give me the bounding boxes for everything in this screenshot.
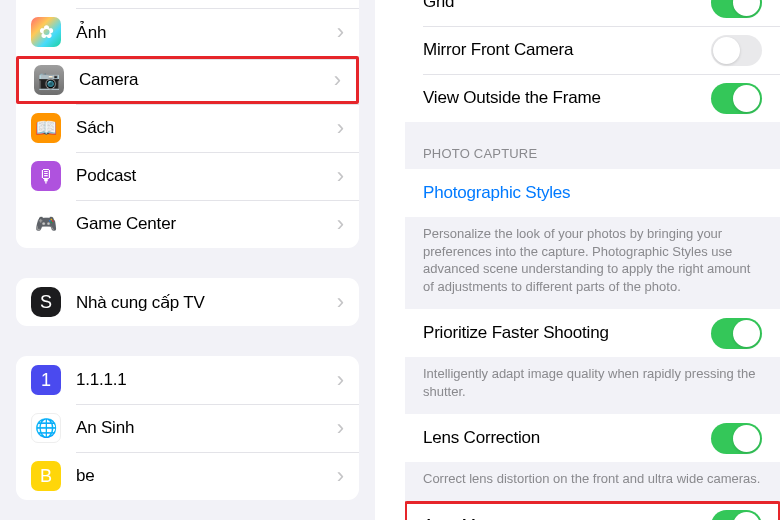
chevron-right-icon: › bbox=[337, 19, 344, 45]
view-outside-row[interactable]: View Outside the Frame bbox=[405, 74, 780, 122]
lens-correction-label: Lens Correction bbox=[423, 428, 711, 448]
settings-row-tvprovider[interactable]: SNhà cung cấp TV› bbox=[16, 278, 359, 326]
tvprovider-icon: S bbox=[31, 287, 61, 317]
chevron-right-icon: › bbox=[337, 367, 344, 393]
settings-row-label: be bbox=[76, 466, 331, 486]
settings-row-label: Camera bbox=[79, 70, 328, 90]
settings-row-label: Sách bbox=[76, 118, 331, 138]
settings-row-label: Podcast bbox=[76, 166, 331, 186]
section-header-photo-capture: PHOTO CAPTURE bbox=[405, 122, 780, 169]
settings-row-gamecenter[interactable]: 🎮Game Center› bbox=[16, 200, 359, 248]
chevron-right-icon: › bbox=[337, 415, 344, 441]
settings-row-label: 1.1.1.1 bbox=[76, 370, 331, 390]
prioritize-faster-shooting-row[interactable]: Prioritize Faster Shooting bbox=[405, 309, 780, 357]
chevron-right-icon: › bbox=[337, 163, 344, 189]
photographic-styles-link[interactable]: Photographic Styles bbox=[423, 183, 762, 203]
mirror-front-row[interactable]: Mirror Front Camera bbox=[405, 26, 780, 74]
settings-row-label: An Sinh bbox=[76, 418, 331, 438]
chevron-right-icon: › bbox=[337, 211, 344, 237]
grid-label: Grid bbox=[423, 0, 711, 12]
settings-row-app-1111[interactable]: 11.1.1.1› bbox=[16, 356, 359, 404]
settings-list: ›✿Ảnh›📷Camera›📖Sách›🎙Podcast›🎮Game Cente… bbox=[0, 0, 375, 520]
chevron-right-icon: › bbox=[337, 289, 344, 315]
settings-group-thirdparty: 11.1.1.1›🌐An Sinh›Bbe› bbox=[16, 356, 359, 500]
chevron-right-icon: › bbox=[334, 67, 341, 93]
camera-icon: 📷 bbox=[34, 65, 64, 95]
settings-row-podcast[interactable]: 🎙Podcast› bbox=[16, 152, 359, 200]
lens-correction-row[interactable]: Lens Correction bbox=[405, 414, 780, 462]
view-outside-toggle[interactable] bbox=[711, 83, 762, 114]
settings-row-label: Ảnh bbox=[76, 22, 331, 43]
mirror-front-label: Mirror Front Camera bbox=[423, 40, 711, 60]
settings-row-label: Nhà cung cấp TV bbox=[76, 292, 331, 313]
books-icon: 📖 bbox=[31, 113, 61, 143]
app-ansinh-icon: 🌐 bbox=[31, 413, 61, 443]
photographic-styles-row[interactable]: Photographic Styles bbox=[405, 169, 780, 217]
photos-icon: ✿ bbox=[31, 17, 61, 47]
settings-row-blank[interactable]: › bbox=[16, 0, 359, 8]
auto-macro-label: Auto Macro bbox=[423, 516, 711, 520]
mirror-front-toggle[interactable] bbox=[711, 35, 762, 66]
grid-toggle[interactable] bbox=[711, 0, 762, 18]
podcast-icon: 🎙 bbox=[31, 161, 61, 191]
settings-group-tv: SNhà cung cấp TV› bbox=[16, 278, 359, 326]
settings-row-books[interactable]: 📖Sách› bbox=[16, 104, 359, 152]
gamecenter-icon: 🎮 bbox=[31, 209, 61, 239]
auto-macro-row[interactable]: Auto Macro bbox=[405, 502, 780, 520]
prioritize-faster-shooting-toggle[interactable] bbox=[711, 318, 762, 349]
camera-settings-detail: GridMirror Front CameraView Outside the … bbox=[405, 0, 780, 520]
prioritize-faster-shooting-label: Prioritize Faster Shooting bbox=[423, 323, 711, 343]
auto-macro-toggle[interactable] bbox=[711, 510, 762, 520]
settings-row-app-be[interactable]: Bbe› bbox=[16, 452, 359, 500]
settings-row-app-ansinh[interactable]: 🌐An Sinh› bbox=[16, 404, 359, 452]
lens-correction-desc: Correct lens distortion on the front and… bbox=[405, 462, 780, 502]
chevron-right-icon: › bbox=[337, 463, 344, 489]
view-outside-label: View Outside the Frame bbox=[423, 88, 711, 108]
settings-row-camera[interactable]: 📷Camera› bbox=[16, 56, 359, 104]
settings-row-photos[interactable]: ✿Ảnh› bbox=[16, 8, 359, 56]
chevron-right-icon: › bbox=[337, 115, 344, 141]
photographic-styles-desc: Personalize the look of your photos by b… bbox=[405, 217, 780, 309]
settings-group-apps: ›✿Ảnh›📷Camera›📖Sách›🎙Podcast›🎮Game Cente… bbox=[16, 0, 359, 248]
grid-row[interactable]: Grid bbox=[405, 0, 780, 26]
prioritize-faster-shooting-desc: Intelligently adapt image quality when r… bbox=[405, 357, 780, 414]
lens-correction-toggle[interactable] bbox=[711, 423, 762, 454]
app-1111-icon: 1 bbox=[31, 365, 61, 395]
app-be-icon: B bbox=[31, 461, 61, 491]
settings-row-label: Game Center bbox=[76, 214, 331, 234]
